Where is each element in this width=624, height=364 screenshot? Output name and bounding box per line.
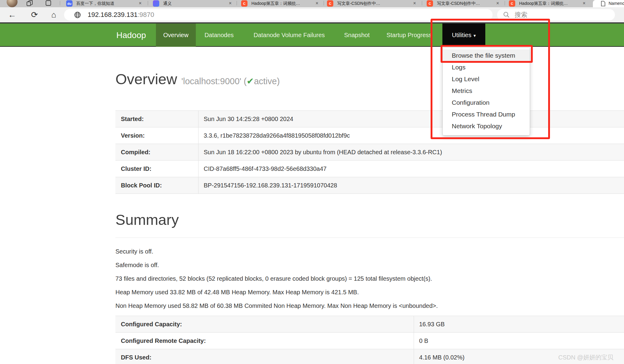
nav-tab-overview[interactable]: Overview: [156, 24, 196, 47]
tab-csdn-hadoop[interactable]: Hadoop第五章：词频统…: [251, 0, 300, 7]
url-host: 192.168.239.131: [88, 11, 137, 18]
table-row: Configured Remote Capacity: 0 B: [115, 333, 624, 349]
row-value: Sun Jun 30 14:25:28 +0800 2024: [199, 116, 293, 123]
tab-divider: [237, 1, 237, 5]
baidu-favicon: du: [66, 0, 73, 7]
nav-tab-snapshot[interactable]: Snapshot: [337, 24, 377, 47]
close-tab-icon[interactable]: ×: [581, 0, 587, 7]
tab-divider: [505, 1, 505, 5]
tab-csdn-write[interactable]: 写文章-CSDN创作中…: [337, 0, 380, 7]
csdn-favicon: C: [327, 0, 333, 7]
tab-divider: [422, 1, 422, 5]
summary-line: 73 files and directories, 52 blocks (52 …: [115, 275, 432, 282]
annotation-rect-browse-file-system: [441, 45, 533, 63]
table-row: Cluster ID: CID-87a68ff5-486f-4733-98d2-…: [115, 161, 624, 177]
row-value: BP-291547156-192.168.239.131-17195910704…: [199, 182, 337, 189]
csdn-favicon: C: [509, 0, 515, 7]
section-divider: [115, 238, 624, 238]
tab-namenode-active[interactable]: Nameno: [593, 0, 624, 7]
home-icon[interactable]: ⌂: [48, 9, 59, 20]
nav-tab-datanode-volume-failures[interactable]: Datanode Volume Failures: [245, 24, 333, 47]
summary-title: Summary: [115, 211, 179, 228]
row-label: Configured Remote Capacity:: [115, 333, 414, 349]
browser-tab-strip: du 百度一下，你就知道 × 通义 × C Hadoop第五章：词频统… × C…: [0, 0, 624, 7]
search-icon: [503, 11, 510, 18]
tab-baidu[interactable]: 百度一下，你就知道: [76, 0, 114, 7]
csdn-watermark: CSDN @妍妍的宝贝: [558, 353, 613, 362]
tab-divider: [60, 1, 60, 5]
summary-line: Safemode is off.: [115, 262, 159, 269]
row-value: 16.93 GB: [414, 321, 445, 328]
tongyi-favicon: [153, 0, 159, 7]
check-icon: ✔: [247, 76, 254, 86]
page-title: Overview: [115, 71, 177, 87]
profile-avatar[interactable]: [7, 0, 18, 7]
tab-csdn-hadoop-2[interactable]: Hadoop第五章：词频统…: [519, 0, 568, 7]
row-label: Started:: [115, 111, 199, 127]
table-row: Compiled: Sun Jun 18 16:22:00 +0800 2023…: [115, 144, 624, 161]
row-label: DFS Used:: [115, 349, 414, 364]
back-icon[interactable]: ←: [7, 9, 18, 20]
tab-tongyi[interactable]: 通义: [163, 0, 172, 7]
row-label: Cluster ID:: [115, 161, 199, 177]
close-tab-icon[interactable]: ×: [228, 0, 233, 7]
table-row: Block Pool ID: BP-291547156-192.168.239.…: [115, 177, 624, 194]
tab-divider: [148, 1, 148, 5]
hadoop-brand[interactable]: Hadoop: [116, 24, 146, 47]
url-port: :9870: [137, 11, 154, 18]
row-label: Version:: [115, 127, 199, 144]
row-label: Compiled:: [115, 144, 199, 160]
status-badge: active): [254, 76, 280, 86]
namenode-address: 'localhost:9000': [181, 76, 241, 86]
url-text[interactable]: 192.168.239.131:9870: [88, 9, 154, 21]
nav-tab-startup-progress[interactable]: Startup Progress: [379, 24, 439, 47]
row-value: Sun Jun 18 16:22:00 +0800 2023 by ubuntu…: [199, 149, 442, 156]
summary-line: Security is off.: [115, 248, 153, 255]
tab-csdn-write-2[interactable]: 写文章-CSDN创作中…: [437, 0, 480, 7]
tab-divider: [324, 1, 324, 5]
refresh-icon[interactable]: ⟳: [29, 9, 40, 20]
summary-line: Non Heap Memory used 58.82 MB of 60.38 M…: [115, 302, 438, 309]
close-tab-icon[interactable]: ×: [137, 0, 143, 7]
row-value: 0 B: [414, 337, 428, 344]
tab-actions-icon[interactable]: [26, 0, 33, 7]
nav-tab-datanodes[interactable]: Datanodes: [196, 24, 242, 47]
globe-icon: [74, 11, 81, 18]
address-bar[interactable]: 192.168.239.131:9870: [64, 9, 493, 21]
csdn-favicon: C: [427, 0, 433, 7]
close-tab-icon[interactable]: ×: [412, 0, 417, 7]
row-label: Configured Capacity:: [115, 316, 414, 332]
close-tab-icon[interactable]: ×: [314, 0, 320, 7]
annotation-rect-utilities: [431, 19, 550, 139]
capacity-table: Configured Capacity: 16.93 GB Configured…: [115, 316, 624, 364]
csdn-favicon: C: [241, 0, 247, 7]
page-icon: [601, 1, 605, 6]
status-open-paren: (: [244, 76, 247, 86]
active-tab-title: Nameno: [609, 0, 624, 7]
row-value: 3.3.6, r1be78238728da9266a4f88195058f08f…: [199, 132, 350, 139]
row-value: 4.16 MB (0.02%): [414, 354, 464, 361]
table-row: DFS Used: 4.16 MB (0.02%): [115, 349, 624, 364]
summary-line: Heap Memory used 33.82 MB of 42.48 MB He…: [115, 289, 359, 296]
row-label: Block Pool ID:: [115, 177, 199, 193]
row-value: CID-87a68ff5-486f-4733-98d2-56e68d330a47: [199, 165, 327, 172]
screenshot-stage: du 百度一下，你就知道 × 通义 × C Hadoop第五章：词频统… × C…: [0, 0, 624, 364]
table-row: Configured Capacity: 16.93 GB: [115, 316, 624, 333]
page-title-row: Overview'localhost:9000' (✔active): [115, 71, 280, 88]
new-window-icon[interactable]: [45, 0, 52, 7]
close-tab-icon[interactable]: ×: [495, 0, 500, 7]
